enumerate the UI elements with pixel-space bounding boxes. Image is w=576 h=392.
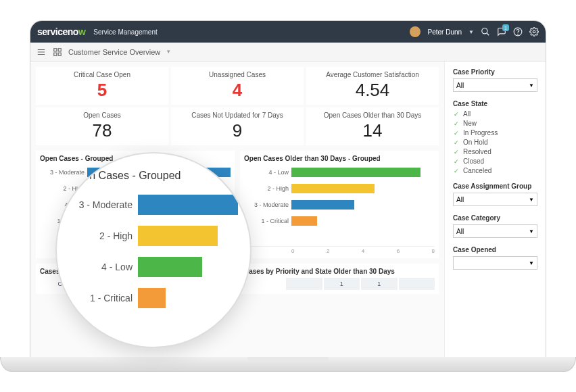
metric-card[interactable]: Unassigned Cases4 bbox=[171, 67, 304, 105]
metric-card[interactable]: Critical Case Open5 bbox=[36, 67, 168, 105]
magnifier-bar-label: 1 - Critical bbox=[69, 293, 138, 303]
bar-label: 2 - High bbox=[244, 185, 291, 192]
menu-icon[interactable] bbox=[36, 47, 47, 57]
filter-label: Case Assignment Group bbox=[453, 182, 537, 190]
magnifier-overlay: Open Cases - Grouped 3 - Moderate2 - Hig… bbox=[55, 152, 251, 348]
svg-point-4 bbox=[533, 30, 535, 33]
filter-label: Case Opened bbox=[453, 246, 537, 253]
magnifier-bar-track bbox=[138, 257, 238, 277]
chevron-down-icon: ▼ bbox=[529, 260, 534, 266]
matrix-cell[interactable] bbox=[286, 278, 322, 290]
metric-title: Cases Not Updated for 7 Days bbox=[174, 112, 301, 119]
svg-rect-11 bbox=[58, 53, 61, 55]
metric-value: 14 bbox=[309, 120, 436, 141]
chat-icon[interactable]: 1 bbox=[497, 27, 506, 36]
metric-value: 5 bbox=[39, 80, 166, 101]
metric-card[interactable]: Open Cases78 bbox=[36, 107, 168, 145]
checkbox-label: In Progress bbox=[463, 129, 498, 137]
checkbox-item[interactable]: ✓New bbox=[453, 120, 537, 127]
axis-tick: 0 bbox=[291, 248, 294, 254]
bar-fill bbox=[291, 168, 421, 177]
metrics-grid: Critical Case Open5Unassigned Cases4Aver… bbox=[36, 67, 439, 145]
svg-rect-8 bbox=[54, 48, 57, 51]
metric-title: Open Cases Older than 30 Days bbox=[309, 112, 436, 119]
matrix-priority-state-older: Cases by Priority and State Older than 3… bbox=[240, 264, 439, 294]
bar-fill bbox=[291, 184, 375, 193]
filter-label: Case Category bbox=[453, 214, 537, 222]
opened-select[interactable]: ▼ bbox=[453, 256, 537, 270]
sub-nav-bar: Customer Service Overview ▼ bbox=[30, 43, 546, 62]
bar-label: 4 - Low bbox=[244, 169, 291, 176]
magnifier-bar-label: 2 - High bbox=[69, 230, 138, 241]
checkbox-item[interactable]: ✓In Progress bbox=[453, 129, 537, 137]
select-value: All bbox=[456, 228, 464, 235]
magnifier-bar-row: 4 - Low bbox=[69, 253, 238, 280]
axis-tick: 4 bbox=[362, 248, 364, 254]
search-icon[interactable] bbox=[481, 27, 490, 36]
help-icon[interactable] bbox=[513, 27, 523, 36]
bar-track bbox=[291, 168, 435, 177]
grid-icon[interactable] bbox=[52, 47, 63, 57]
bar-row[interactable]: 2 - High bbox=[244, 181, 435, 196]
filter-panel: Case Priority All ▼ Case State ✓All✓New✓… bbox=[444, 62, 546, 363]
checkbox-label: Resolved bbox=[463, 148, 491, 155]
check-icon: ✓ bbox=[453, 168, 460, 174]
notification-badge: 1 bbox=[502, 24, 509, 31]
checkbox-item[interactable]: ✓All bbox=[453, 110, 537, 118]
matrix-cell[interactable]: 1 bbox=[324, 278, 360, 290]
page-title[interactable]: Customer Service Overview bbox=[68, 48, 160, 56]
matrix-cell[interactable] bbox=[399, 278, 435, 290]
magnifier-bar-label: 3 - Moderate bbox=[69, 199, 138, 210]
magnifier-bars: 3 - Moderate2 - High4 - Low1 - Critical bbox=[69, 191, 238, 312]
magnifier-bar-row: 1 - Critical bbox=[69, 285, 238, 312]
bar-row[interactable]: 3 - Moderate bbox=[244, 197, 435, 212]
magnifier-bar-label: 4 - Low bbox=[69, 262, 138, 272]
checkbox-label: All bbox=[463, 110, 471, 118]
chevron-down-icon: ▼ bbox=[529, 197, 534, 203]
chevron-down-icon[interactable]: ▼ bbox=[166, 49, 171, 55]
check-icon: ✓ bbox=[453, 120, 460, 127]
category-select[interactable]: All ▼ bbox=[453, 224, 537, 238]
checkbox-label: On Hold bbox=[463, 139, 488, 146]
checkbox-item[interactable]: ✓On Hold bbox=[453, 139, 537, 146]
metric-card[interactable]: Average Customer Satisfaction4.54 bbox=[306, 67, 439, 105]
bar-track bbox=[291, 184, 435, 193]
top-bar-right: Peter Dunn ▼ 1 bbox=[410, 26, 539, 37]
metric-card[interactable]: Cases Not Updated for 7 Days9 bbox=[171, 107, 304, 145]
magnifier-bar-row: 2 - High bbox=[69, 222, 238, 249]
magnifier-bar-track bbox=[138, 226, 238, 246]
gear-icon[interactable] bbox=[529, 27, 539, 36]
bar-row[interactable]: 4 - Low bbox=[244, 165, 435, 180]
select-value: All bbox=[456, 82, 464, 89]
checkbox-item[interactable]: ✓Resolved bbox=[453, 148, 537, 155]
checkbox-item[interactable]: ✓Canceled bbox=[453, 167, 537, 174]
checkbox-label: Closed bbox=[463, 157, 484, 165]
matrix-grid: 11 bbox=[244, 278, 435, 290]
magnifier-title: Open Cases - Grouped bbox=[69, 170, 238, 182]
filter-case-category: Case Category All ▼ bbox=[453, 214, 537, 238]
matrix-cell[interactable]: 1 bbox=[361, 278, 398, 290]
axis-tick: 2 bbox=[327, 248, 329, 254]
filter-label: Case State bbox=[453, 100, 537, 107]
chevron-down-icon[interactable]: ▼ bbox=[469, 29, 474, 35]
user-name[interactable]: Peter Dunn bbox=[427, 28, 462, 36]
priority-select[interactable]: All ▼ bbox=[453, 78, 537, 92]
magnifier-bar-fill bbox=[138, 195, 238, 215]
avatar[interactable] bbox=[410, 26, 421, 37]
axis-tick: 6 bbox=[397, 248, 400, 254]
chevron-down-icon: ▼ bbox=[529, 82, 534, 89]
svg-point-0 bbox=[482, 28, 487, 34]
magnifier-bar-track bbox=[138, 288, 238, 308]
filter-case-state: Case State ✓All✓New✓In Progress✓On Hold✓… bbox=[453, 100, 537, 174]
bar-row[interactable]: 1 - Critical bbox=[244, 214, 435, 228]
assignment-select[interactable]: All ▼ bbox=[453, 193, 537, 206]
laptop-notch bbox=[247, 357, 329, 362]
metric-card[interactable]: Open Cases Older than 30 Days14 bbox=[306, 107, 439, 145]
check-icon: ✓ bbox=[453, 149, 460, 155]
metric-value: 78 bbox=[39, 120, 166, 141]
check-icon: ✓ bbox=[453, 158, 460, 165]
chart-open-cases-older-30: Open Cases Older than 30 Days - Grouped … bbox=[240, 151, 439, 258]
bar-track bbox=[291, 216, 435, 226]
checkbox-item[interactable]: ✓Closed bbox=[453, 157, 537, 165]
brand-text-suffix: w bbox=[78, 26, 85, 37]
